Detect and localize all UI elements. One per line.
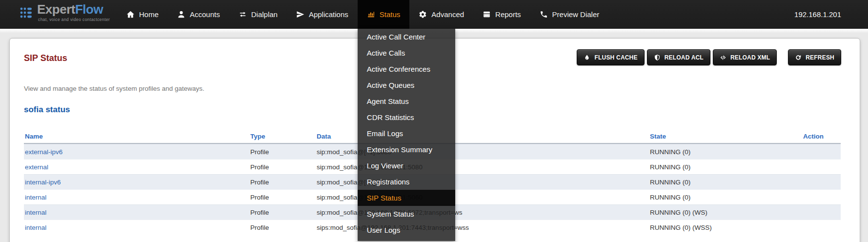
reload-acl-button[interactable]: RELOAD ACL [647, 49, 710, 65]
refresh-icon [795, 54, 802, 61]
nav-item-advanced[interactable]: Advanced [409, 0, 473, 29]
droplet-icon [584, 54, 590, 61]
user-icon [177, 10, 185, 19]
brand-dots-icon [20, 6, 33, 19]
code-icon [720, 54, 727, 61]
menu-item-active-calls[interactable]: Active Calls [358, 45, 455, 61]
nav-item-home[interactable]: Home [117, 0, 168, 29]
profile-link[interactable]: external-ipv6 [25, 148, 62, 156]
gear-icon [419, 10, 427, 19]
col-header-name: Name [24, 133, 249, 140]
brand-name: ExpertFlow [37, 3, 110, 16]
col-header-state: State [649, 133, 802, 140]
profile-link[interactable]: internal [25, 194, 46, 201]
menu-item-user-logs[interactable]: User Logs [358, 222, 455, 238]
nav-item-accounts[interactable]: Accounts [168, 0, 229, 29]
home-icon [126, 10, 135, 19]
bar-chart-icon [367, 10, 375, 19]
profile-link[interactable]: internal [25, 209, 46, 216]
flush-cache-button[interactable]: FLUSH CACHE [577, 49, 644, 65]
nav-item-dialplan[interactable]: Dialplan [229, 0, 287, 29]
reload-xml-button[interactable]: RELOAD XML [713, 49, 777, 65]
profile-link[interactable]: internal-ipv6 [25, 179, 61, 186]
menu-item-active-conferences[interactable]: Active Conferences [358, 61, 455, 77]
profile-link[interactable]: internal [25, 224, 46, 231]
nav-item-status[interactable]: Status Active Call Center Active Calls A… [358, 0, 410, 29]
nav-item-reports[interactable]: Reports [473, 0, 530, 29]
toolbar: FLUSH CACHE RELOAD ACL RELOAD XML REFRES… [577, 49, 841, 65]
brand-logo[interactable]: ExpertFlow chat, voice and video contact… [20, 3, 110, 22]
refresh-button[interactable]: REFRESH [788, 49, 841, 65]
top-navbar: ExpertFlow chat, voice and video contact… [0, 0, 868, 29]
nav-item-preview-dialer[interactable]: Preview Dialer [530, 0, 609, 29]
profile-link[interactable]: external [25, 163, 48, 171]
status-dropdown-menu: Active Call Center Active Calls Active C… [358, 29, 455, 241]
main-nav: Home Accounts Dialplan Applications Stat… [117, 0, 608, 29]
report-window-icon [483, 10, 491, 19]
shield-icon [654, 54, 661, 61]
menu-item-log-viewer[interactable]: Log Viewer [358, 158, 455, 174]
menu-item-active-call-center[interactable]: Active Call Center [358, 29, 455, 45]
menu-item-active-queues[interactable]: Active Queues [358, 77, 455, 93]
server-ip: 192.168.1.201 [794, 0, 841, 29]
menu-item-sip-status[interactable]: SIP Status [358, 190, 455, 206]
menu-item-extension-summary[interactable]: Extension Summary [358, 141, 455, 158]
menu-item-email-logs[interactable]: Email Logs [358, 125, 455, 141]
brand-tagline: chat, voice and video contactcenter [37, 17, 110, 22]
col-header-action: Action [802, 133, 841, 140]
col-header-type: Type [249, 133, 316, 140]
phone-icon [540, 10, 548, 19]
menu-item-registrations[interactable]: Registrations [358, 174, 455, 190]
menu-item-system-status[interactable]: System Status [358, 206, 455, 222]
paper-plane-icon [296, 10, 304, 19]
transfer-arrows-icon [239, 10, 247, 19]
nav-item-applications[interactable]: Applications [287, 0, 358, 29]
menu-item-agent-status[interactable]: Agent Status [358, 93, 455, 109]
menu-item-cdr-statistics[interactable]: CDR Statistics [358, 109, 455, 125]
